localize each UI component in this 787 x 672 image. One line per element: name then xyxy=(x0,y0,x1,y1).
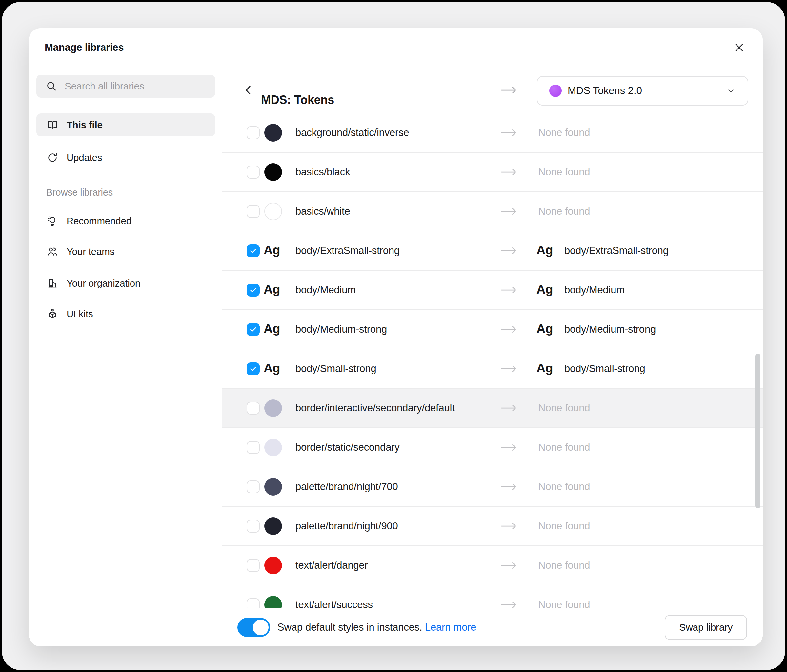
row-mapping-result: None found xyxy=(538,520,590,532)
chevron-down-icon xyxy=(727,87,735,95)
row-checkbox[interactable] xyxy=(247,362,260,375)
row-checkbox[interactable] xyxy=(247,244,260,257)
style-row[interactable]: palette/brand/night/700None found xyxy=(222,467,763,507)
style-row[interactable]: basics/blackNone found xyxy=(222,153,763,192)
close-button[interactable] xyxy=(729,37,750,58)
library-color-swatch-icon xyxy=(549,85,562,97)
text-style-specimen: Ag xyxy=(264,322,280,336)
color-swatch-icon xyxy=(264,478,282,495)
row-checkbox[interactable] xyxy=(247,559,260,572)
row-mapping-result: None found xyxy=(538,402,590,414)
style-row[interactable]: Agbody/Medium-strongAgbody/Medium-strong xyxy=(222,310,763,349)
row-mapping-result: body/Small-strong xyxy=(564,363,645,375)
text-style-specimen: Ag xyxy=(264,243,280,257)
row-checkbox[interactable] xyxy=(247,205,260,218)
arrow-right-icon xyxy=(499,285,518,295)
row-label: text/alert/danger xyxy=(296,560,368,571)
target-library-name: MDS Tokens 2.0 xyxy=(567,85,642,97)
search-input[interactable] xyxy=(64,80,209,92)
arrow-right-icon xyxy=(499,521,518,531)
style-row[interactable]: background/static/inverseNone found xyxy=(222,114,763,153)
row-mapping-result: body/Medium-strong xyxy=(564,323,656,335)
style-row[interactable]: Agbody/ExtraSmall-strongAgbody/ExtraSmal… xyxy=(222,232,763,271)
check-icon xyxy=(248,246,258,256)
row-mapping-result: body/Medium xyxy=(564,284,625,296)
sidebar-item-ui-kits[interactable]: UI kits xyxy=(36,303,215,325)
sidebar-item-your-organization[interactable]: Your organization xyxy=(36,272,215,295)
refresh-icon xyxy=(46,151,59,164)
sidebar-item-updates[interactable]: Updates xyxy=(36,146,215,169)
color-swatch-icon xyxy=(264,557,282,574)
style-row[interactable]: Agbody/MediumAgbody/Medium xyxy=(222,271,763,310)
row-checkbox[interactable] xyxy=(247,166,260,179)
close-icon xyxy=(733,42,745,53)
library-title: MDS: Tokens xyxy=(261,93,334,107)
row-mapping-result: None found xyxy=(538,205,590,217)
row-checkbox[interactable] xyxy=(247,284,260,297)
style-row[interactable]: text/alert/dangerNone found xyxy=(222,546,763,585)
learn-more-link[interactable]: Learn more xyxy=(425,622,476,633)
arrow-right-icon xyxy=(499,443,518,453)
sidebar-item-this-file[interactable]: This file xyxy=(36,114,215,136)
arrow-right-icon xyxy=(499,482,518,492)
toggle-knob xyxy=(253,620,269,635)
manage-libraries-dialog: Manage libraries This fileUpdates Browse… xyxy=(29,28,763,647)
footer-bar: Swap default styles in instances. Learn … xyxy=(222,608,763,647)
arrow-right-icon xyxy=(499,128,518,138)
swap-library-button[interactable]: Swap library xyxy=(665,615,747,640)
arrow-right-icon xyxy=(499,207,518,216)
row-label: body/Medium xyxy=(296,284,356,296)
row-label: background/static/inverse xyxy=(296,127,409,139)
dialog-title: Manage libraries xyxy=(44,28,123,67)
style-row[interactable]: border/static/secondaryNone found xyxy=(222,428,763,467)
row-mapping-result: None found xyxy=(538,481,590,493)
row-checkbox[interactable] xyxy=(247,323,260,336)
color-swatch-icon xyxy=(264,517,282,535)
row-label: palette/brand/night/900 xyxy=(296,520,398,532)
row-checkbox[interactable] xyxy=(247,402,260,415)
row-label: body/ExtraSmall-strong xyxy=(296,245,400,257)
main-panel: MDS: Tokens MDS Tokens 2.0 background/st… xyxy=(222,67,763,647)
search-icon xyxy=(46,80,57,92)
style-row[interactable]: Agbody/Small-strongAgbody/Small-strong xyxy=(222,349,763,389)
style-list: background/static/inverseNone foundbasic… xyxy=(222,114,763,647)
row-checkbox[interactable] xyxy=(247,520,260,533)
row-mapping-result: None found xyxy=(538,560,590,571)
color-swatch-icon xyxy=(264,124,282,142)
sidebar-item-recommended[interactable]: Recommended xyxy=(36,210,215,232)
sidebar-item-your-teams[interactable]: Your teams xyxy=(36,240,215,263)
style-row[interactable]: palette/brand/night/900None found xyxy=(222,507,763,546)
row-mapping-result: None found xyxy=(538,442,590,453)
lightbulb-icon xyxy=(46,215,59,227)
toggle-label: Swap default styles in instances. xyxy=(277,622,422,633)
browse-libraries-heading: Browse libraries xyxy=(46,187,113,198)
swap-defaults-toggle[interactable] xyxy=(237,618,270,637)
text-style-specimen: Ag xyxy=(536,322,553,336)
search-box[interactable] xyxy=(36,75,215,98)
book-open-icon xyxy=(46,119,59,131)
library-header: MDS: Tokens MDS Tokens 2.0 xyxy=(222,67,763,114)
arrow-right-icon xyxy=(499,403,518,413)
row-checkbox[interactable] xyxy=(247,480,260,493)
sidebar: This fileUpdates Browse libraries Recomm… xyxy=(29,67,223,647)
back-button[interactable] xyxy=(239,81,258,99)
style-row[interactable]: basics/whiteNone found xyxy=(222,192,763,232)
arrow-right-icon xyxy=(499,246,518,256)
check-icon xyxy=(248,286,258,295)
row-checkbox[interactable] xyxy=(247,441,260,454)
row-mapping-result: None found xyxy=(538,127,590,139)
target-library-dropdown[interactable]: MDS Tokens 2.0 xyxy=(537,76,748,106)
row-checkbox[interactable] xyxy=(247,126,260,139)
check-icon xyxy=(248,325,258,334)
scrollbar-thumb[interactable] xyxy=(755,354,760,508)
color-swatch-icon xyxy=(264,439,282,456)
style-row[interactable]: border/interactive/secondary/defaultNone… xyxy=(222,389,763,428)
desktop-background: Manage libraries This fileUpdates Browse… xyxy=(2,2,785,670)
row-label: body/Small-strong xyxy=(296,363,376,375)
dialog-header: Manage libraries xyxy=(29,28,763,68)
row-mapping-result: None found xyxy=(538,166,590,178)
color-swatch-icon xyxy=(264,399,282,417)
sidebar-divider xyxy=(29,177,222,177)
footer-text: Swap default styles in instances. Learn … xyxy=(277,622,476,633)
arrow-right-icon xyxy=(499,85,518,95)
